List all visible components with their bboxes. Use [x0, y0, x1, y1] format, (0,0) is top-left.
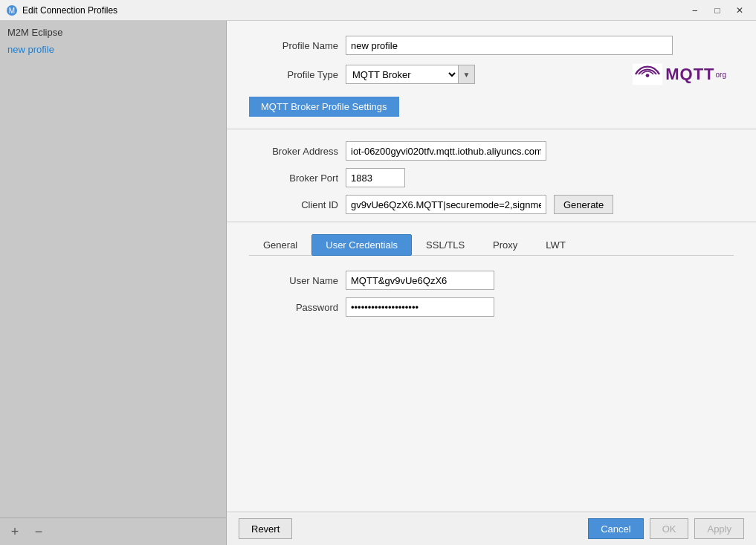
sidebar-content: M2M Eclipse new profile [0, 21, 226, 517]
cancel-button[interactable]: Cancel [588, 518, 643, 539]
tabs-row: General User Credentials SSL/TLS Proxy L… [249, 234, 734, 256]
titlebar-controls: ‒ □ ✕ [685, 2, 750, 19]
tab-lwt[interactable]: LWT [532, 234, 579, 256]
sidebar-profile-item[interactable]: new profile [0, 41, 226, 58]
broker-port-label: Broker Port [249, 172, 338, 184]
tab-general[interactable]: General [249, 234, 311, 256]
ok-button[interactable]: OK [650, 518, 689, 539]
app-icon: M [6, 4, 18, 16]
bottom-bar: Revert Cancel OK Apply [227, 512, 756, 545]
broker-port-row: Broker Port [249, 168, 734, 187]
broker-address-input[interactable] [346, 141, 546, 161]
window-title: Edit Connection Profiles [22, 5, 117, 16]
tab-proxy[interactable]: Proxy [479, 234, 532, 256]
tab-ssl-tls[interactable]: SSL/TLS [412, 234, 479, 256]
tab-content-user-credentials: User Name Password [249, 271, 734, 317]
username-input[interactable] [346, 271, 494, 290]
profile-name-row: Profile Name [249, 36, 734, 55]
profile-type-row: Profile Type MQTT Broker ▼ [249, 62, 734, 86]
svg-text:M: M [9, 7, 15, 15]
mqtt-logo-svg [633, 62, 662, 86]
password-row: Password [249, 297, 734, 317]
mqtt-logo-suffix: org [716, 71, 726, 79]
svg-point-3 [646, 74, 650, 77]
mqtt-logo-text: MQTT [665, 65, 714, 84]
mqtt-logo: MQTT org [633, 62, 726, 86]
client-id-label: Client ID [249, 199, 338, 210]
sidebar-group-label: M2M Eclipse [0, 24, 226, 41]
broker-port-input[interactable] [346, 168, 405, 187]
profile-type-label: Profile Type [249, 69, 338, 80]
broker-address-row: Broker Address [249, 141, 734, 161]
username-row: User Name [249, 271, 734, 290]
maximize-button[interactable]: □ [707, 2, 728, 19]
profile-type-dropdown[interactable]: MQTT Broker ▼ [346, 65, 475, 84]
profile-name-label: Profile Name [249, 40, 338, 51]
username-label: User Name [249, 275, 338, 286]
section-divider [227, 129, 756, 129]
titlebar-left: M Edit Connection Profiles [6, 4, 117, 16]
mqtt-broker-settings-button[interactable]: MQTT Broker Profile Settings [249, 97, 399, 117]
bottom-bar-right: Cancel OK Apply [588, 518, 744, 539]
password-label: Password [249, 302, 338, 313]
titlebar: M Edit Connection Profiles ‒ □ ✕ [0, 0, 756, 21]
profile-type-select[interactable]: MQTT Broker [346, 65, 458, 83]
generate-button[interactable]: Generate [554, 195, 613, 214]
apply-button[interactable]: Apply [694, 518, 744, 539]
main-layout: M2M Eclipse new profile + − Profile Name… [0, 21, 756, 545]
password-input[interactable] [346, 297, 494, 317]
right-panel: Profile Name Profile Type MQTT Broker ▼ [227, 21, 756, 545]
close-button[interactable]: ✕ [729, 2, 750, 19]
client-id-input[interactable] [346, 195, 546, 214]
tabs-divider [227, 222, 756, 222]
dropdown-arrow-icon: ▼ [458, 65, 474, 83]
client-id-row: Client ID Generate [249, 195, 734, 214]
form-area: Profile Name Profile Type MQTT Broker ▼ [227, 21, 756, 512]
revert-button[interactable]: Revert [239, 518, 292, 539]
sidebar: M2M Eclipse new profile + − [0, 21, 227, 545]
profile-type-left: Profile Type MQTT Broker ▼ [249, 65, 475, 84]
sidebar-footer: + − [0, 517, 226, 545]
profile-name-input[interactable] [346, 36, 673, 55]
broker-address-label: Broker Address [249, 146, 338, 157]
tab-user-credentials[interactable]: User Credentials [311, 234, 412, 256]
add-profile-button[interactable]: + [6, 523, 24, 541]
remove-profile-button[interactable]: − [30, 523, 48, 541]
minimize-button[interactable]: ‒ [685, 2, 705, 19]
